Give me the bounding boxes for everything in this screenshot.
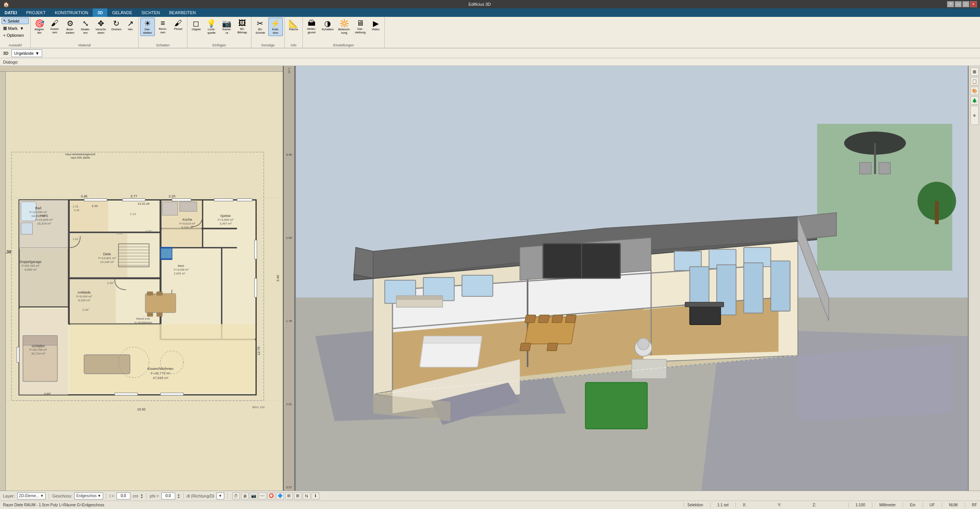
geschoss-dropdown[interactable]: Erdgeschos ▼ bbox=[74, 493, 103, 499]
svg-text:1.01: 1.01 bbox=[72, 237, 79, 241]
objekt-button[interactable]: ◻ Objekt bbox=[189, 18, 204, 36]
pinsel-button[interactable]: 🖌 Pinsel bbox=[171, 18, 185, 36]
hintergrund-button[interactable]: 🏔 Hinter-grund bbox=[304, 18, 319, 36]
svg-rect-155 bbox=[520, 343, 531, 351]
svg-rect-163 bbox=[632, 360, 667, 379]
maximize-btn[interactable]: □ bbox=[962, 1, 969, 7]
optionen-button[interactable]: + Optionen bbox=[2, 32, 29, 38]
l-down[interactable]: ▼ bbox=[141, 496, 143, 499]
scale-panel: 1.83 3.40 2.00 1.76 2.01 3.57 bbox=[284, 66, 295, 491]
sidebar-btn-3[interactable]: 🎨 bbox=[970, 87, 979, 95]
rechnen-icon: ≡ bbox=[161, 19, 165, 28]
phi-stepper[interactable]: ▲ ▼ bbox=[177, 493, 180, 499]
menu-konstruktion[interactable]: KONSTRUKTION bbox=[50, 8, 93, 17]
svg-text:9,330 m²: 9,330 m² bbox=[181, 226, 194, 229]
svg-text:2.03: 2.03 bbox=[117, 232, 123, 235]
layer-arrow: ▼ bbox=[40, 494, 44, 498]
info-label: Info bbox=[285, 43, 302, 47]
svg-text:F=15,290 m²: F=15,290 m² bbox=[30, 210, 47, 214]
urgelande-value: Urgelände bbox=[14, 51, 34, 56]
sidebar-btn-5[interactable]: ≡ bbox=[970, 106, 979, 125]
svg-text:14,698 m²: 14,698 m² bbox=[31, 214, 45, 218]
menu-projekt[interactable]: PROJEKT bbox=[21, 8, 50, 17]
mark-button[interactable]: ▦ Mark. ▼ bbox=[2, 25, 29, 31]
svg-rect-58 bbox=[161, 247, 172, 248]
dl-dropdown[interactable]: ▼ bbox=[217, 493, 224, 499]
layer-dropdown[interactable]: 2D-Eleme... ▼ bbox=[17, 493, 46, 499]
kollision-button[interactable]: ⚡ Kolli-sion bbox=[268, 18, 283, 36]
panel-3d[interactable] bbox=[295, 66, 969, 491]
rechnen-button[interactable]: ≡ Rech-nen bbox=[156, 18, 170, 36]
layer-icon-btn[interactable]: ⊞ bbox=[285, 493, 293, 499]
l-up[interactable]: ▲ bbox=[141, 493, 143, 496]
svg-rect-36 bbox=[147, 292, 153, 296]
beleuchtung-button[interactable]: 🔆 Beleuch-tung bbox=[336, 18, 352, 36]
svg-rect-154 bbox=[565, 315, 576, 323]
phi-input[interactable] bbox=[161, 493, 175, 499]
l-stepper[interactable]: ▲ ▼ bbox=[141, 493, 143, 499]
3d-schnitt-button[interactable]: ✂ 3D-Schnitt bbox=[253, 18, 268, 36]
svg-marker-134 bbox=[354, 247, 373, 278]
display-icon-btn[interactable]: 🖥 bbox=[241, 493, 249, 499]
svg-text:2.95°: 2.95° bbox=[107, 281, 114, 285]
grid-icon-btn[interactable]: ⊞ bbox=[294, 493, 302, 499]
video-button[interactable]: ▶ Video bbox=[368, 18, 383, 36]
svg-text:3,497 m²: 3,497 m² bbox=[220, 222, 232, 225]
abgreifen-button[interactable]: 🎯 Abgrei-fen bbox=[32, 18, 47, 36]
svg-text:14,140 m²: 14,140 m² bbox=[100, 260, 114, 264]
minimize-btn[interactable]: — bbox=[955, 1, 962, 7]
3d-bitmap-button[interactable]: 🖼 3D-Bitmap bbox=[235, 18, 250, 36]
fill-icon-btn[interactable]: 🔷 bbox=[276, 493, 284, 499]
l-label: l = bbox=[110, 494, 114, 498]
sidebar-btn-4[interactable]: 🌲 bbox=[970, 96, 979, 105]
lasso-icon-btn[interactable]: ⭕ bbox=[268, 493, 275, 499]
path-icon-btn[interactable]: 〰 bbox=[259, 493, 266, 499]
bearbeiten-button[interactable]: ⚙ Bear-beiten bbox=[63, 18, 77, 36]
menu-gelande[interactable]: GELÄNDE bbox=[107, 8, 137, 17]
darstellen-button[interactable]: ☀ Dar-stellen bbox=[140, 18, 155, 36]
flache-button[interactable]: 📐 Fläche bbox=[286, 18, 301, 33]
phi-up[interactable]: ▲ bbox=[177, 493, 180, 496]
svg-rect-28 bbox=[214, 199, 233, 201]
north-icon-btn[interactable]: N bbox=[303, 493, 310, 499]
skalieren-button[interactable]: ⤡ Skalie-ren bbox=[78, 18, 93, 36]
kamera-button[interactable]: 📷 Kame-ra bbox=[220, 18, 234, 36]
menu-3d[interactable]: 3D bbox=[93, 8, 107, 17]
info-icon-btn[interactable]: ℹ bbox=[312, 493, 319, 499]
drehen-button[interactable]: ↻ Drehen bbox=[109, 18, 124, 36]
svg-rect-34 bbox=[17, 347, 19, 363]
darstellung-button[interactable]: 🖥 Dar-stellung bbox=[353, 18, 368, 36]
sidebar-btn-2[interactable]: 📋 bbox=[970, 77, 979, 85]
l-input[interactable] bbox=[117, 493, 130, 499]
urgelande-dropdown[interactable]: Urgelände ▼ bbox=[11, 49, 42, 57]
close-btn[interactable]: ✕ bbox=[970, 1, 977, 7]
main-workspace: 6.30 3.46 3.77 2.20 3.40 HWS F=15,849 m²… bbox=[0, 66, 980, 491]
svg-text:F=9,434 m²: F=9,434 m² bbox=[76, 295, 92, 298]
auswahl-label: Auswahl bbox=[0, 43, 30, 47]
help-btn[interactable]: ? bbox=[947, 1, 954, 7]
svg-text:3.95°: 3.95° bbox=[44, 392, 51, 396]
svg-rect-29 bbox=[237, 199, 252, 201]
svg-rect-148 bbox=[744, 263, 763, 313]
menu-sichten[interactable]: SICHTEN bbox=[137, 8, 164, 17]
svg-rect-174 bbox=[935, 201, 939, 224]
floor-plan-panel[interactable]: 6.30 3.46 3.77 2.20 3.40 HWS F=15,849 m²… bbox=[0, 66, 284, 491]
svg-rect-151 bbox=[525, 315, 536, 323]
menu-datei[interactable]: DATEI bbox=[0, 8, 21, 17]
camera-icon-btn[interactable]: 📷 bbox=[250, 493, 258, 499]
clock-icon-btn[interactable]: ⏱ bbox=[232, 493, 240, 499]
phi-down[interactable]: ▼ bbox=[177, 496, 180, 499]
svg-rect-44 bbox=[84, 355, 130, 374]
menu-bearbeiten[interactable]: BEARBEITEN bbox=[164, 8, 200, 17]
svg-point-158 bbox=[638, 338, 649, 350]
sidebar-btn-1[interactable]: ⊞ bbox=[970, 67, 979, 76]
lichtquelle-button[interactable]: 💡 Licht-quelle bbox=[204, 18, 219, 36]
svg-rect-59 bbox=[161, 258, 172, 260]
zuweisen-button[interactable]: 🖌 Zuwei-sen bbox=[48, 18, 62, 36]
verschieben-icon: ✥ bbox=[98, 19, 104, 28]
selekt-button[interactable]: ↖ Selekt bbox=[2, 18, 29, 24]
schatten-btn[interactable]: ◑ Schatten bbox=[320, 18, 336, 36]
hin-button[interactable]: ↗ Hin. bbox=[125, 18, 137, 36]
dl-label: dl (Richtung/Di bbox=[187, 494, 214, 498]
verschieben-button[interactable]: ✥ Verschi-eben bbox=[94, 18, 108, 36]
